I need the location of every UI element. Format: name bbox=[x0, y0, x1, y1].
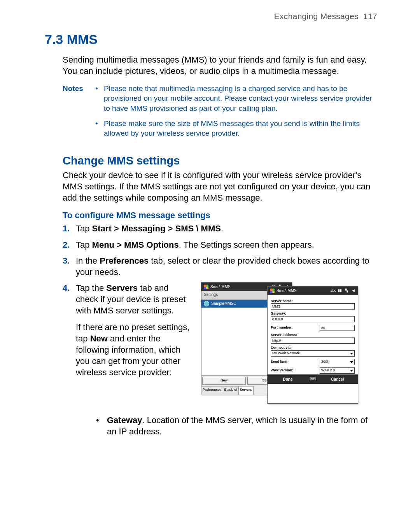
step-number: 4. bbox=[63, 282, 76, 437]
section-heading: 7.3 MMS bbox=[45, 32, 377, 47]
step-3: 3. In the Preferences tab, select or cle… bbox=[63, 255, 377, 278]
connect-via-dropdown[interactable]: My Work Network bbox=[271, 350, 355, 357]
server-name: SampleMMSC bbox=[211, 301, 236, 306]
page-number: 117 bbox=[363, 12, 377, 21]
bullet-icon: • bbox=[95, 84, 104, 113]
step-1: 1. Tap Start > Messaging > SMS \ MMS. bbox=[63, 223, 377, 234]
note-text: Please note that multimedia messaging is… bbox=[104, 84, 377, 113]
globe-icon bbox=[204, 301, 209, 306]
signal-icon: ▮▮ bbox=[337, 289, 343, 293]
keyboard-icon[interactable]: ⌨ bbox=[308, 376, 317, 382]
start-icon[interactable] bbox=[203, 284, 209, 290]
port-input[interactable] bbox=[320, 325, 355, 331]
server-edit-window: Sms \ MMS abc ▮▮ ▚ ◀ Server name: Gatewa bbox=[267, 286, 358, 404]
speaker-icon[interactable]: ◀ bbox=[350, 289, 356, 293]
cancel-softkey[interactable]: Cancel bbox=[317, 377, 358, 382]
gateway-input[interactable] bbox=[271, 316, 355, 322]
label-wap-version: WAP Version: bbox=[271, 368, 317, 373]
running-header: Exchanging Messages 117 bbox=[45, 12, 377, 21]
notes-label: Notes bbox=[63, 84, 95, 143]
chapter-title: Exchanging Messages bbox=[274, 12, 359, 21]
subheading-body: Check your device to see if it is config… bbox=[63, 170, 377, 203]
label-server-name: Server name: bbox=[271, 299, 355, 304]
new-button[interactable]: New bbox=[202, 377, 246, 385]
subheading: Change MMS settings bbox=[63, 154, 377, 167]
note-item: • Please note that multimedia messaging … bbox=[95, 84, 377, 113]
tab-preferences[interactable]: Preferences bbox=[201, 386, 223, 395]
procedure-heading: To configure MMS message settings bbox=[63, 210, 377, 220]
server-name-input[interactable] bbox=[271, 303, 355, 310]
step-number: 3. bbox=[63, 255, 76, 278]
screenshots: Sms \ MMS ▮▮ ▚ ok Settings SampleMMSC bbox=[201, 282, 377, 407]
step-text: Tap Start > Messaging > SMS \ MMS. bbox=[76, 223, 377, 234]
steps-list: 1. Tap Start > Messaging > SMS \ MMS. 2.… bbox=[63, 223, 377, 437]
tab-servers[interactable]: Servers bbox=[238, 386, 254, 395]
softkey-bar: Done ⌨ Cancel bbox=[268, 374, 358, 384]
note-text: Please make sure the size of MMS message… bbox=[104, 119, 377, 138]
bullet-icon: • bbox=[96, 415, 107, 437]
step-number: 1. bbox=[63, 223, 76, 234]
server-address-input[interactable] bbox=[271, 338, 355, 344]
label-port: Port number: bbox=[271, 325, 317, 330]
signal-bars-icon: ▚ bbox=[344, 289, 349, 293]
step-text: Tap the Servers tab and check if your de… bbox=[76, 282, 377, 437]
bullet-icon: • bbox=[95, 119, 104, 138]
done-softkey[interactable]: Done bbox=[268, 377, 308, 382]
step-2: 2. Tap Menu > MMS Options. The Settings … bbox=[63, 239, 377, 250]
step-number: 2. bbox=[63, 239, 76, 250]
wap-version-dropdown[interactable]: WAP 2.0 bbox=[320, 367, 355, 374]
titlebar: Sms \ MMS abc ▮▮ ▚ ◀ bbox=[268, 287, 358, 295]
note-item: • Please make sure the size of MMS messa… bbox=[95, 119, 377, 138]
label-server-address: Server address: bbox=[271, 333, 355, 338]
label-gateway: Gateway: bbox=[271, 311, 355, 316]
label-connect-via: Connect via: bbox=[271, 346, 355, 350]
window-title: Sms \ MMS bbox=[276, 288, 297, 293]
gateway-bullet: • Gateway. Location of the MMS server, w… bbox=[96, 415, 377, 437]
gateway-label: Gateway bbox=[107, 415, 142, 425]
gateway-text: . Location of the MMS server, which is u… bbox=[107, 415, 368, 436]
step-4: 4. Tap the Servers tab and check if your… bbox=[63, 282, 377, 437]
window-title: Sms \ MMS bbox=[210, 284, 231, 289]
intro-paragraph: Sending multimedia messages (MMS) to you… bbox=[63, 54, 377, 77]
step-text: In the Preferences tab, select or clear … bbox=[76, 255, 377, 278]
step-text: Tap Menu > MMS Options. The Settings scr… bbox=[76, 239, 377, 250]
tab-blacklist[interactable]: Blacklist bbox=[223, 386, 239, 395]
send-limit-dropdown[interactable]: 300K bbox=[320, 359, 355, 365]
label-send-limit: Send limit: bbox=[271, 360, 317, 364]
start-icon[interactable] bbox=[270, 288, 275, 294]
input-mode-indicator: abc bbox=[331, 289, 336, 293]
notes-block: Notes • Please note that multimedia mess… bbox=[63, 84, 377, 143]
